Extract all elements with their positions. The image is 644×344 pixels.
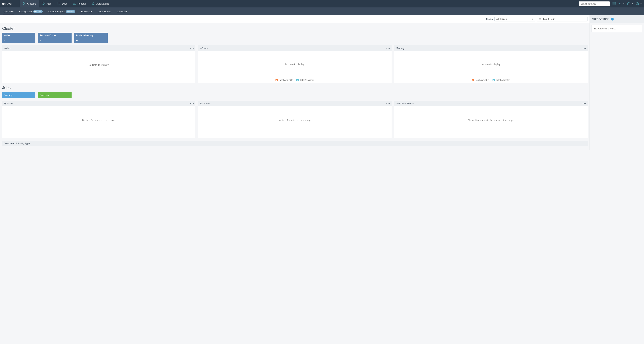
side-empty-card: No AutoActions found.: [592, 25, 642, 32]
legend-total-allocated[interactable]: ✓ Total Allocated: [296, 79, 314, 81]
nav-autoactions[interactable]: AutoActions: [89, 0, 112, 8]
svg-rect-17: [614, 4, 614, 5]
panel-title: By Status: [200, 102, 210, 105]
tile-success[interactable]: Success: [38, 92, 72, 98]
panel-title: Memory: [396, 47, 404, 50]
tile-nodes[interactable]: Nodes --: [2, 33, 36, 43]
apps-grid-icon[interactable]: [612, 2, 616, 6]
nav-label: Data: [62, 2, 67, 5]
panel-title: Inefficient Events: [396, 102, 414, 105]
svg-rect-6: [42, 2, 43, 3]
time-range-select[interactable]: Last 1 Hour ⌄: [537, 17, 588, 22]
caret-icon: ▾: [640, 3, 642, 5]
panel-empty-text: No jobs for selected time range: [198, 106, 392, 134]
panel-title: By State: [4, 102, 12, 105]
tile-running[interactable]: Running: [2, 92, 36, 98]
nav-data[interactable]: Data: [54, 0, 70, 8]
tile-memory[interactable]: Available Memory --: [74, 33, 108, 43]
svg-rect-22: [539, 18, 541, 20]
user-icon[interactable]: [636, 2, 639, 6]
svg-rect-8: [43, 4, 44, 5]
top-nav: unravel Clusters Jobs Data Reports: [0, 0, 644, 8]
nav-clusters[interactable]: Clusters: [20, 0, 39, 8]
legend-total-available[interactable]: ✓ Total Available: [276, 79, 293, 81]
add-autoaction-button[interactable]: +: [611, 18, 614, 20]
nav-label: Reports: [78, 2, 86, 5]
svg-point-9: [58, 2, 60, 3]
side-empty-text: No AutoActions found.: [594, 28, 616, 30]
reports-icon: [73, 2, 76, 6]
check-icon: ✓: [296, 79, 299, 81]
svg-rect-13: [613, 4, 613, 4]
legend-label: Total Available: [279, 79, 293, 81]
svg-point-1: [23, 2, 24, 3]
svg-point-2: [25, 2, 25, 3]
subnav-chargeback[interactable]: Chargeback PREVIEW: [16, 8, 46, 15]
subnav-overview[interactable]: Overview: [1, 8, 16, 15]
tile-value: --: [76, 39, 106, 42]
panel-empty-text: No data to display: [394, 51, 588, 77]
panel-title: Completed Jobs By Type: [4, 142, 30, 145]
subnav-label: Resources: [81, 10, 92, 13]
subnav-workload[interactable]: Workload: [114, 8, 130, 15]
panel-empty-text: No Data To Display: [2, 51, 196, 79]
subnav-label: Cluster Insights: [48, 10, 65, 13]
subnav-clusterinsights[interactable]: Cluster Insights PREVIEW: [46, 8, 78, 15]
check-icon: ✓: [276, 79, 278, 81]
legend-total-allocated[interactable]: ✓ Total Allocated: [492, 79, 510, 81]
nav-label: Clusters: [27, 2, 36, 5]
panel-by-status: By Status No jobs for selected time rang…: [198, 100, 392, 138]
subnav-resources[interactable]: Resources: [78, 8, 95, 15]
cluster-value: All Clusters: [496, 18, 508, 20]
caret-icon: ▾: [632, 3, 633, 5]
panel-menu[interactable]: [386, 48, 390, 49]
tile-label: Available Vcores: [40, 34, 70, 37]
svg-rect-15: [615, 4, 615, 4]
panel-menu[interactable]: [386, 103, 390, 104]
sub-nav: Overview Chargeback PREVIEW Cluster Insi…: [0, 8, 644, 15]
legend-label: Total Allocated: [496, 79, 510, 81]
data-icon: [57, 2, 60, 6]
nav-reports[interactable]: Reports: [70, 0, 89, 8]
help-icon[interactable]: [627, 2, 630, 6]
panel-menu[interactable]: [582, 103, 586, 104]
side-title: AutoActions: [592, 17, 609, 21]
tile-label: Running: [4, 94, 34, 96]
section-title-jobs: Jobs: [2, 85, 588, 90]
panel-title: VCores: [200, 47, 208, 50]
panel-menu[interactable]: [582, 48, 586, 49]
svg-rect-16: [613, 4, 613, 5]
brand-logo[interactable]: unravel: [0, 0, 20, 8]
search-input[interactable]: [579, 2, 610, 6]
svg-point-4: [25, 4, 25, 4]
section-title-cluster: Cluster: [2, 26, 588, 31]
legend-label: Total Allocated: [300, 79, 314, 81]
nav-jobs[interactable]: Jobs: [39, 0, 54, 8]
panel-by-state: By State No jobs for selected time range: [2, 100, 196, 138]
svg-rect-12: [615, 2, 615, 3]
panel-empty-text: No inefficient events for selected time …: [394, 106, 588, 134]
panel-menu[interactable]: [190, 48, 194, 49]
preview-badge: PREVIEW: [33, 10, 42, 13]
chevron-down-icon: ⌄: [584, 18, 586, 20]
cluster-select[interactable]: All Clusters ▼: [494, 17, 536, 22]
nav-right: ▾ ▾ ▾: [576, 0, 644, 8]
tile-value: --: [40, 39, 70, 42]
panel-vcores: VCores No data to display ✓ Total Availa…: [198, 46, 392, 83]
panel-title: Nodes: [4, 47, 10, 50]
check-icon: ✓: [492, 79, 495, 81]
side-panel: AutoActions + No AutoActions found.: [590, 15, 644, 150]
clusters-icon: [22, 2, 26, 6]
subnav-jobstrends[interactable]: Jobs Trends: [95, 8, 114, 15]
svg-point-3: [23, 4, 24, 4]
tile-value: --: [4, 39, 34, 42]
settings-icon[interactable]: [618, 2, 622, 6]
legend-total-available[interactable]: ✓ Total Available: [472, 79, 489, 81]
panel-menu[interactable]: [190, 103, 194, 104]
jobs-icon: [42, 2, 45, 6]
chevron-down-icon: ▼: [532, 18, 534, 20]
nav-label: AutoActions: [96, 2, 109, 5]
subnav-label: Chargeback: [19, 10, 32, 13]
tile-vcores[interactable]: Available Vcores --: [38, 33, 72, 43]
svg-rect-11: [614, 2, 614, 3]
